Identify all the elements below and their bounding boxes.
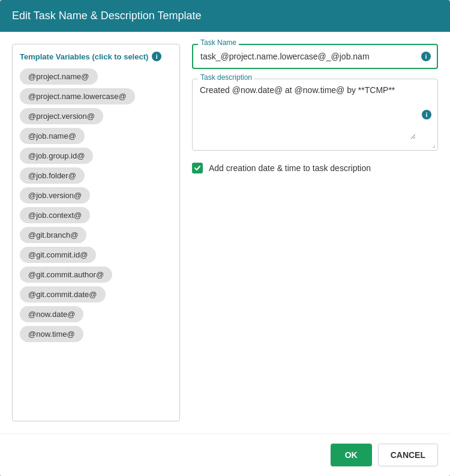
- variable-chip[interactable]: @job.version@: [20, 187, 90, 203]
- resize-handle[interactable]: ⌟: [432, 141, 436, 148]
- variables-panel-title: Template Variables (click to select): [20, 52, 148, 61]
- task-name-input[interactable]: [200, 52, 415, 61]
- task-name-label: Task Name: [198, 38, 239, 47]
- cancel-button[interactable]: CANCEL: [378, 444, 438, 466]
- variable-chip[interactable]: @git.commit.author@: [20, 267, 112, 283]
- right-panel: Task Name i Task description i ⌟: [192, 44, 438, 421]
- variable-chip[interactable]: @git.branch@: [20, 227, 86, 243]
- dialog-footer: OK CANCEL: [0, 433, 450, 476]
- task-desc-label: Task description: [198, 73, 254, 82]
- variable-chip[interactable]: @project.name.lowercase@: [20, 88, 135, 104]
- variables-list: @project.name@@project.name.lowercase@@p…: [20, 68, 172, 342]
- ok-button[interactable]: OK: [331, 444, 372, 466]
- task-desc-field-group: Task description i ⌟: [192, 79, 438, 151]
- template-variables-panel: Template Variables (click to select) i @…: [12, 44, 180, 421]
- task-name-info-icon[interactable]: i: [421, 52, 431, 61]
- checkbox-label: Add creation date & time to task descrip…: [209, 163, 371, 173]
- variable-chip[interactable]: @git.commit.date@: [20, 286, 106, 303]
- variable-chip[interactable]: @job.folder@: [20, 167, 85, 184]
- variable-chip[interactable]: @job.context@: [20, 207, 90, 223]
- variables-info-icon[interactable]: i: [152, 52, 161, 61]
- dialog-body: Template Variables (click to select) i @…: [0, 32, 450, 433]
- edit-template-dialog: Edit Task Name & Description Template Te…: [0, 0, 450, 476]
- task-desc-info-icon[interactable]: i: [422, 110, 431, 119]
- task-desc-wrapper: i ⌟: [192, 79, 438, 151]
- variable-chip[interactable]: @job.name@: [20, 128, 85, 144]
- variable-chip[interactable]: @project.version@: [20, 108, 103, 124]
- variable-chip[interactable]: @project.name@: [20, 68, 98, 85]
- variable-chip[interactable]: @job.group.id@: [20, 148, 93, 164]
- checkbox-row: Add creation date & time to task descrip…: [192, 163, 438, 173]
- variable-chip[interactable]: @now.time@: [20, 326, 83, 342]
- variable-chip[interactable]: @git.commit.id@: [20, 247, 96, 263]
- task-name-wrapper: i: [192, 44, 438, 69]
- dialog-title: Edit Task Name & Description Template: [12, 10, 201, 22]
- task-name-field-group: Task Name i: [192, 44, 438, 69]
- variables-panel-header: Template Variables (click to select) i: [20, 52, 172, 61]
- dialog-header: Edit Task Name & Description Template: [0, 0, 450, 32]
- variable-chip[interactable]: @now.date@: [20, 306, 83, 322]
- task-desc-textarea[interactable]: [200, 85, 416, 139]
- creation-date-checkbox[interactable]: [192, 163, 203, 173]
